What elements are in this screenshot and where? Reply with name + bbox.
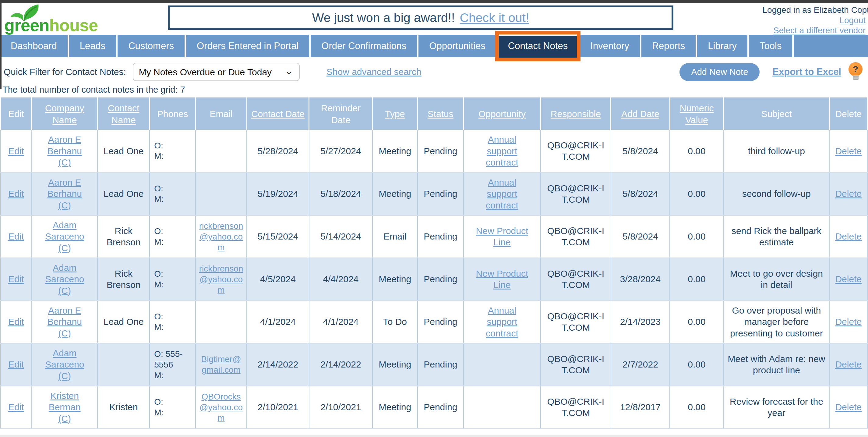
column-header-add_date[interactable]: Add Date [611,97,670,130]
column-header-contact_date[interactable]: Contact Date [247,97,309,130]
cell-email [195,300,247,343]
cell-edit: Edit [1,173,32,215]
delete-link[interactable]: Delete [835,146,862,156]
column-header-contact[interactable]: Contact Name [97,97,150,130]
cell-phones: O:M: [150,258,195,300]
cell-company: Aaron E Berhanu (C) [32,130,97,173]
tab-library[interactable]: Library [697,35,747,57]
edit-link[interactable]: Edit [8,402,24,412]
column-header-phones: Phones [150,97,195,130]
cell-phones: O:M: [150,300,195,343]
table-row: EditAaron E Berhanu (C)Lead OneO:M:5/19/… [1,173,868,215]
delete-link[interactable]: Delete [835,231,862,241]
cell-numeric: 0.00 [670,386,724,429]
email-link[interactable]: Bigtimer@gmail.com [201,354,241,375]
quick-filter-select[interactable]: My Notes Overdue or Due Today [133,63,300,81]
edit-link[interactable]: Edit [8,188,24,199]
banner-check-it-out-link[interactable]: Check it out! [460,11,529,25]
export-to-excel-link[interactable]: Export to Excel [772,66,841,78]
delete-link[interactable]: Delete [835,274,862,284]
opportunity-link[interactable]: Annual support contract [475,134,529,168]
cell-subject: third follow-up [724,130,829,173]
cell-opportunity: Annual support contract [464,300,540,343]
company-link[interactable]: Aaron E Berhanu (C) [41,305,88,339]
tab-customers[interactable]: Customers [118,35,185,57]
tab-leads[interactable]: Leads [69,35,116,57]
contact-notes-table: EditCompany NameContact NamePhonesEmailC… [0,97,868,429]
company-link[interactable]: Adam Saraceno (C) [41,220,88,254]
delete-link[interactable]: Delete [835,188,862,199]
column-header-status[interactable]: Status [417,97,464,130]
window-bottom-edge [0,435,868,437]
table-row: EditAaron E Berhanu (C)Lead OneO:M:4/1/2… [1,300,868,343]
company-link[interactable]: Adam Saraceno (C) [41,347,88,382]
help-icon[interactable]: ? [848,62,863,82]
tab-order-confirmations[interactable]: Order Confirmations [311,35,417,57]
tab-tools[interactable]: Tools [749,35,792,57]
email-link[interactable]: QBOrocks@yahoo.com [199,392,243,423]
opportunity-link[interactable]: New Product Line [475,268,529,291]
column-header-opportunity[interactable]: Opportunity [464,97,540,130]
logo[interactable]: greenhouse [4,4,96,34]
cell-edit: Edit [1,258,32,300]
email-link[interactable]: rickbrenson@yahoo.com [199,264,243,295]
cell-responsible: QBO@CRIK-IT.COM [540,258,611,300]
tab-reports[interactable]: Reports [642,35,696,57]
cell-reminder_date: 2/10/2021 [309,386,372,429]
edit-link[interactable]: Edit [8,274,24,284]
cell-contact: Kristen [97,386,150,429]
cell-delete: Delete [829,173,867,215]
edit-link[interactable]: Edit [8,317,24,327]
opportunity-link[interactable]: Annual support contract [475,305,529,339]
delete-link[interactable]: Delete [835,402,862,412]
quick-filter-label: Quick Filter for Contact Notes: [4,67,126,77]
company-link[interactable]: Adam Saraceno (C) [41,262,88,296]
cell-type: To Do [372,300,417,343]
tab-orders-entered-in-portal[interactable]: Orders Entered in Portal [186,35,309,57]
opportunity-link[interactable]: Annual support contract [475,177,529,211]
email-link[interactable]: rickbrenson@yahoo.com [199,221,243,252]
cell-contact_date: 4/1/2024 [247,300,309,343]
company-link[interactable]: Aaron E Berhanu (C) [41,177,88,211]
tab-opportunities[interactable]: Opportunities [418,35,496,57]
user-session-box: Logged in as Elizabeth Copti Logout Sele… [763,5,866,36]
select-vendor-link[interactable]: Select a different vendor [773,26,866,35]
cell-phones: O:M: [150,173,195,215]
column-header-type[interactable]: Type [372,97,417,130]
column-header-numeric[interactable]: Numeric Value [670,97,724,130]
opportunity-link[interactable]: New Product Line [475,225,529,248]
cell-status: Pending [417,173,464,215]
cell-responsible: QBO@CRIK-IT.COM [540,173,611,215]
cell-subject: second follow-up [724,173,829,215]
show-advanced-search-link[interactable]: Show advanced search [327,67,422,77]
cell-subject: Review forecast for the year [724,386,829,429]
tab-dashboard[interactable]: Dashboard [0,35,68,57]
table-row: EditAdam Saraceno (C)O: 555-5556M:Bigtim… [1,343,868,386]
column-header-responsible[interactable]: Responsible [540,97,611,130]
cell-contact: Lead One [97,173,150,215]
edit-link[interactable]: Edit [8,231,24,241]
cell-delete: Delete [829,130,867,173]
company-link[interactable]: Aaron E Berhanu (C) [41,134,88,168]
help-question-glyph: ? [848,62,863,76]
cell-delete: Delete [829,386,867,429]
tab-inventory[interactable]: Inventory [580,35,640,57]
cell-contact: Rick Brenson [97,258,150,300]
delete-link[interactable]: Delete [835,317,862,327]
column-header-edit: Edit [1,97,32,130]
logout-link[interactable]: Logout [839,16,866,25]
cell-responsible: QBO@CRIK-IT.COM [540,343,611,386]
delete-link[interactable]: Delete [835,359,862,369]
cell-reminder_date: 5/27/2024 [309,130,372,173]
company-link[interactable]: Kristen Berman (C) [41,390,88,425]
add-new-note-button[interactable]: Add New Note [680,63,760,81]
tab-contact-notes[interactable]: Contact Notes [495,31,581,61]
edit-link[interactable]: Edit [8,359,24,369]
banner-text: We just won a big award!! [312,11,455,25]
cell-responsible: QBO@CRIK-IT.COM [540,300,611,343]
column-header-company[interactable]: Company Name [32,97,97,130]
edit-link[interactable]: Edit [8,146,24,156]
logo-house: house [49,16,98,35]
cell-contact_date: 2/14/2022 [247,343,309,386]
cell-add_date: 3/28/2024 [611,258,670,300]
